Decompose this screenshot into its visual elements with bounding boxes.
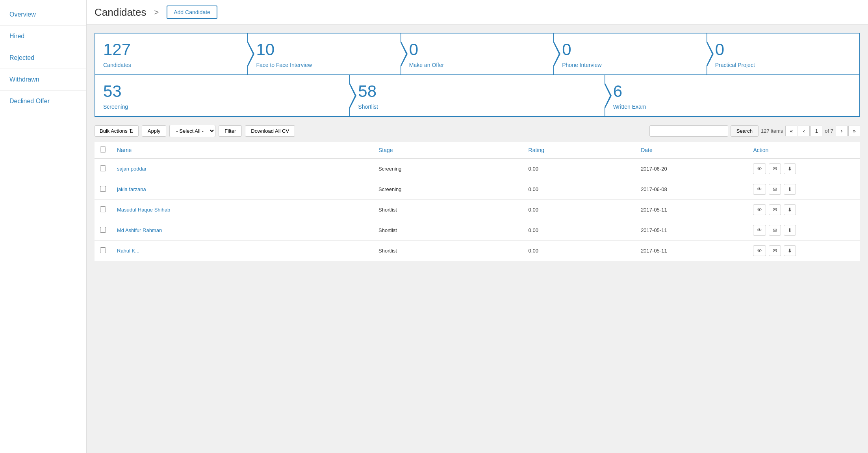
sidebar-item-overview[interactable]: Overview	[0, 4, 86, 26]
download-button[interactable]: ⬇	[784, 245, 796, 256]
th-stage[interactable]: Stage	[373, 142, 523, 159]
stat-practical-project-label: Practical Project	[715, 62, 848, 68]
th-rating[interactable]: Rating	[523, 142, 636, 159]
table-row: sajan poddar Screening 0.00 2017-06-20 👁…	[95, 159, 860, 179]
select-all-dropdown[interactable]: - Select All -	[169, 125, 215, 137]
row-checkbox[interactable]	[100, 247, 106, 253]
eye-icon: 👁	[757, 227, 762, 233]
stat-screening-number: 53	[103, 83, 338, 100]
mail-button[interactable]: ✉	[769, 163, 781, 174]
candidate-name-link[interactable]: Rahul K...	[117, 248, 139, 254]
row-checkbox[interactable]	[100, 186, 106, 192]
view-button[interactable]: 👁	[753, 245, 766, 256]
sidebar: Overview Hired Rejected Withdrawn Declin…	[0, 0, 87, 453]
view-button[interactable]: 👁	[753, 163, 766, 174]
toolbar: Bulk Actions ⇅ Apply - Select All - Filt…	[95, 125, 860, 137]
th-name[interactable]: Name	[111, 142, 373, 159]
items-count: 127 items	[761, 128, 783, 134]
download-cv-button[interactable]: Download All CV	[245, 125, 295, 137]
row-name-cell: sajan poddar	[111, 159, 373, 179]
mail-button[interactable]: ✉	[769, 184, 781, 195]
filter-button[interactable]: Filter	[219, 125, 242, 137]
stat-phone-interview[interactable]: 0 Phone Interview	[553, 33, 706, 75]
th-date[interactable]: Date	[635, 142, 747, 159]
candidate-name-link[interactable]: Masudul Haque Shihab	[117, 207, 170, 213]
mail-button[interactable]: ✉	[769, 245, 781, 256]
stat-screening-label: Screening	[103, 104, 338, 110]
mail-icon: ✉	[773, 227, 777, 233]
download-icon: ⬇	[788, 248, 792, 254]
row-checkbox-cell	[95, 220, 111, 241]
download-icon: ⬇	[788, 207, 792, 213]
sidebar-item-rejected[interactable]: Rejected	[0, 47, 86, 69]
candidate-name-link[interactable]: jakia farzana	[117, 186, 146, 192]
sidebar-item-declined-offer[interactable]: Declined Offer	[0, 91, 86, 112]
select-all-checkbox[interactable]	[100, 147, 106, 152]
toolbar-right: Search 127 items « ‹ 1 of 7 › »	[649, 125, 860, 137]
content-area: Bulk Actions ⇅ Apply - Select All - Filt…	[87, 117, 868, 269]
row-stage-cell: Screening	[373, 159, 523, 179]
sidebar-item-withdrawn[interactable]: Withdrawn	[0, 69, 86, 91]
stats-area: 127 Candidates 10 Face to Face Interview…	[87, 25, 868, 117]
mail-icon: ✉	[773, 248, 777, 254]
stat-candidates[interactable]: 127 Candidates	[95, 33, 247, 75]
row-stage-cell: Shortlist	[373, 200, 523, 220]
row-date-cell: 2017-06-08	[635, 179, 747, 200]
page-of: of 7	[823, 128, 835, 134]
view-button[interactable]: 👁	[753, 184, 766, 195]
row-name-cell: jakia farzana	[111, 179, 373, 200]
stat-written-exam[interactable]: 6 Written Exam	[605, 74, 860, 117]
download-icon: ⬇	[788, 166, 792, 172]
mail-button[interactable]: ✉	[769, 204, 781, 215]
stat-written-exam-number: 6	[613, 83, 848, 100]
stat-written-exam-label: Written Exam	[613, 104, 848, 110]
view-button[interactable]: 👁	[753, 204, 766, 215]
download-icon: ⬇	[788, 227, 792, 233]
sidebar-item-hired[interactable]: Hired	[0, 26, 86, 47]
row-name-cell: Rahul K...	[111, 241, 373, 261]
stat-shortlist[interactable]: 58 Shortlist	[349, 74, 604, 117]
stat-screening[interactable]: 53 Screening	[95, 74, 349, 117]
row-name-cell: Masudul Haque Shihab	[111, 200, 373, 220]
download-button[interactable]: ⬇	[784, 184, 796, 195]
row-date-cell: 2017-05-11	[635, 220, 747, 241]
row-checkbox[interactable]	[100, 227, 106, 233]
add-candidate-button[interactable]: Add Candidate	[167, 6, 217, 19]
download-icon: ⬇	[788, 186, 792, 192]
table-row: Rahul K... Shortlist 0.00 2017-05-11 👁 ✉…	[95, 241, 860, 261]
row-action-cell: 👁 ✉ ⬇	[747, 159, 860, 179]
candidate-name-link[interactable]: Md Ashifur Rahman	[117, 227, 162, 233]
eye-icon: 👁	[757, 186, 762, 192]
search-button[interactable]: Search	[731, 125, 759, 137]
mail-button[interactable]: ✉	[769, 225, 781, 236]
page-next-button[interactable]: ›	[836, 126, 848, 136]
view-button[interactable]: 👁	[753, 225, 766, 236]
row-checkbox[interactable]	[100, 165, 106, 171]
bulk-actions-button[interactable]: Bulk Actions ⇅	[95, 125, 139, 137]
search-input[interactable]	[649, 125, 728, 137]
page-first-button[interactable]: «	[785, 126, 797, 136]
mail-icon: ✉	[773, 166, 777, 172]
row-action-cell: 👁 ✉ ⬇	[747, 241, 860, 261]
download-button[interactable]: ⬇	[784, 204, 796, 215]
stat-practical-project[interactable]: 0 Practical Project	[707, 33, 860, 75]
apply-button[interactable]: Apply	[142, 125, 167, 137]
stat-face-to-face[interactable]: 10 Face to Face Interview	[247, 33, 400, 75]
row-checkbox-cell	[95, 241, 111, 261]
row-checkbox[interactable]	[100, 206, 106, 212]
stat-make-offer[interactable]: 0 Make an Offer	[401, 33, 553, 75]
download-button[interactable]: ⬇	[784, 163, 796, 174]
eye-icon: 👁	[757, 166, 762, 172]
eye-icon: 👁	[757, 207, 762, 213]
stat-candidates-number: 127	[103, 41, 236, 58]
table-row: jakia farzana Screening 0.00 2017-06-08 …	[95, 179, 860, 200]
page-last-button[interactable]: »	[848, 126, 860, 136]
main-content: Candidates > Add Candidate 127 Candidate…	[87, 0, 868, 453]
row-rating-cell: 0.00	[523, 241, 636, 261]
page-prev-button[interactable]: ‹	[798, 126, 810, 136]
stat-make-offer-label: Make an Offer	[409, 62, 542, 68]
download-button[interactable]: ⬇	[784, 225, 796, 236]
row-action-cell: 👁 ✉ ⬇	[747, 179, 860, 200]
candidate-name-link[interactable]: sajan poddar	[117, 166, 147, 172]
row-rating-cell: 0.00	[523, 200, 636, 220]
